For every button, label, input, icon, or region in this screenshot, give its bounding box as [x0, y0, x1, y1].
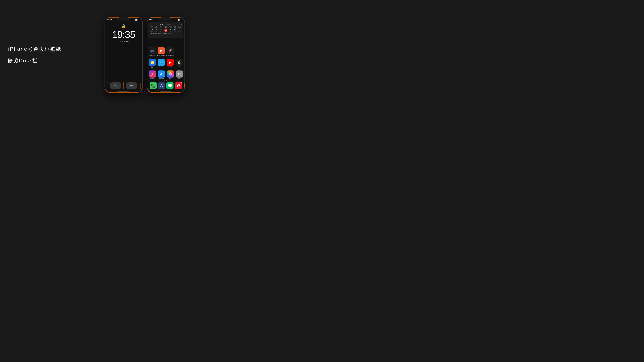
app-icon-twitter: 🐦 — [158, 59, 165, 66]
lock-bottom-buttons: 🔦 📷 — [105, 82, 142, 89]
home-indicator-home — [160, 91, 171, 92]
app-icon-quantumult — [149, 47, 156, 54]
cal-day-25: 25重阳节 — [150, 28, 154, 32]
app-shortcuts[interactable]: ⚡ 快捷指令 — [148, 70, 156, 80]
dock-icon-wechat: 💬 — [166, 82, 174, 89]
app-label-shadowrocket: Shadowrocket — [166, 54, 174, 56]
cal-day-26: 26初十 — [154, 28, 159, 32]
cal-day-27: 27十一 — [159, 28, 164, 32]
home-wifi-icon: ▲ — [180, 19, 182, 20]
phone-lock: 中国联通 ▌▌▌ ▲ ▮ 🔒 19:35 目前电量78% 🔦 📷 — [104, 17, 143, 93]
app-icon-shadowrocket: 🚀 — [167, 47, 174, 54]
main-title: iPhone彩色边框壁纸 — [8, 46, 62, 52]
calendar-widget: ‹ 2020 / 10 · 44 › 周日 周一 周二 周三 周四 周五 周六 … — [148, 22, 183, 38]
phones-container: 中国联通 ▌▌▌ ▲ ▮ 🔒 19:35 目前电量78% 🔦 📷 — [104, 17, 185, 93]
app-label-qq: QQ — [178, 66, 180, 68]
dock-icon-weibo: W 1 — [175, 82, 182, 89]
status-icons: ▌▌▌ ▲ ▮ — [136, 19, 140, 20]
app-icon-photos: 🌸 — [167, 70, 174, 77]
app-icon-httpcatcher: H — [158, 47, 165, 54]
subtitle: 隐藏Dock栏 — [8, 57, 62, 64]
apps-row3: ⚡ 快捷指令 A App Store 🌸 照片 ⚙ 设置 — [148, 70, 183, 81]
home-battery-icon: ▮ — [182, 19, 182, 20]
app-icon-youtube: ▶ — [167, 59, 174, 66]
flashlight-icon: 🔦 — [114, 84, 117, 87]
app-label-files: 文件 — [151, 66, 154, 68]
lock-time: 19:35 — [112, 29, 135, 39]
page-dot-2 — [166, 80, 167, 81]
cal-widget-label: 小历 — [150, 35, 182, 37]
apps-row2: 📁 文件 🐦 Twitter ▶ YouTube 🐧 QQ — [148, 59, 183, 69]
app-icon-files: 📁 — [149, 59, 156, 66]
lock-screen-content: 🔒 19:35 目前电量78% — [105, 17, 142, 93]
app-icon-qq: 🐧 — [176, 59, 183, 66]
cal-day-31: 31万圣 — [177, 28, 182, 32]
dock-a[interactable]: A — [158, 82, 165, 89]
app-shadowrocket[interactable]: 🚀 Shadowrocket — [166, 47, 174, 56]
signal-icon: ▌▌▌ — [136, 19, 138, 20]
app-photos[interactable]: 🌸 照片 — [166, 70, 174, 80]
lock-battery: 目前电量78% — [119, 40, 128, 43]
cal-days-grid: 25重阳节 26初十 27十一 28 29十三 30十四 31万圣 — [150, 28, 182, 32]
apps-row-2: 📁 文件 🐦 Twitter ▶ YouTube 🐧 QQ — [148, 59, 183, 68]
title-divider — [8, 55, 46, 55]
app-label-appstore: App Store — [158, 78, 164, 79]
left-text-block: iPhone彩色边框壁纸 隐藏Dock栏 — [8, 46, 62, 64]
app-icon-settings: ⚙ — [176, 70, 183, 77]
cal-nav-right[interactable]: › — [181, 23, 182, 25]
wifi-icon: ▲ — [138, 19, 139, 20]
cal-day-28-today: 28 — [164, 29, 167, 32]
notch-home — [159, 17, 172, 20]
dock: 📞 A 💬 W 1 — [148, 81, 183, 90]
app-empty1 — [175, 47, 183, 56]
lock-icon: 🔒 — [121, 24, 126, 28]
dock-phone[interactable]: 📞 — [150, 82, 157, 89]
camera-button[interactable]: 📷 — [126, 82, 137, 89]
cal-header: ‹ 2020 / 10 · 44 › — [150, 23, 182, 25]
apps-row1: Quantumult H HTTP Catcher 🚀 Shadowrocket — [148, 47, 183, 57]
app-label-httpcatcher: HTTP Catcher — [157, 54, 165, 56]
home-signal-icon: ▌▌▌ — [178, 19, 180, 20]
app-label-photos: 照片 — [169, 78, 172, 80]
dock-wechat[interactable]: 💬 — [166, 82, 174, 89]
cal-event: 10月28日 第44周 庚子(鼠)年 九月十二 — [150, 33, 182, 35]
app-icon-shortcuts: ⚡ — [149, 70, 156, 77]
app-label-twitter: Twitter — [160, 66, 163, 68]
app-label-settings: 设置 — [178, 78, 180, 80]
app-settings[interactable]: ⚙ 设置 — [175, 70, 183, 80]
app-files[interactable]: 📁 文件 — [148, 59, 156, 68]
app-label-quantumult: Quantumult — [149, 54, 156, 56]
app-icon-appstore: A — [158, 70, 165, 77]
dock-weibo[interactable]: W 1 — [175, 82, 182, 89]
app-label-youtube: YouTube — [168, 66, 172, 68]
phone-home: 19:35 ▌▌▌ ▲ ▮ ‹ 2020 / 10 · 44 › 周日 周一 周… — [147, 17, 185, 93]
app-httpcatcher[interactable]: H HTTP Catcher — [157, 47, 165, 56]
battery-icon: ▮ — [140, 19, 140, 20]
home-indicator — [118, 91, 129, 92]
app-youtube[interactable]: ▶ YouTube — [166, 59, 174, 68]
carrier-text: 中国联通 — [107, 19, 112, 21]
apps-row-1: Quantumult H HTTP Catcher 🚀 Shadowrocket — [148, 47, 183, 56]
app-appstore[interactable]: A App Store — [157, 70, 165, 80]
home-screen: ‹ 2020 / 10 · 44 › 周日 周一 周二 周三 周四 周五 周六 … — [147, 17, 184, 93]
dock-icon-a: A — [158, 82, 165, 89]
page-dot-1 — [164, 80, 165, 81]
cal-nav-left[interactable]: ‹ — [150, 23, 150, 25]
page-dots — [164, 80, 167, 81]
app-quantumult[interactable]: Quantumult — [148, 47, 156, 56]
cal-day-29: 29十三 — [168, 28, 173, 32]
app-twitter[interactable]: 🐦 Twitter — [157, 59, 165, 68]
app-qq[interactable]: 🐧 QQ — [175, 59, 183, 68]
dock-icon-phone: 📞 — [150, 82, 157, 89]
apps-row-3: ⚡ 快捷指令 A App Store 🌸 照片 ⚙ 设置 — [148, 70, 183, 80]
camera-icon: 📷 — [130, 84, 133, 87]
cal-days-header: 周日 周一 周二 周三 周四 周五 周六 — [150, 26, 182, 28]
cal-title: 2020 / 10 · 44 — [160, 23, 172, 25]
app-label-shortcuts: 快捷指令 — [150, 78, 155, 80]
notch — [117, 17, 130, 20]
home-status-icons: ▌▌▌ ▲ ▮ — [178, 19, 182, 20]
home-time: 19:35 — [149, 19, 153, 21]
flashlight-button[interactable]: 🔦 — [110, 82, 121, 89]
weibo-badge: 1 — [180, 82, 182, 84]
cal-day-30: 30十四 — [173, 28, 177, 32]
